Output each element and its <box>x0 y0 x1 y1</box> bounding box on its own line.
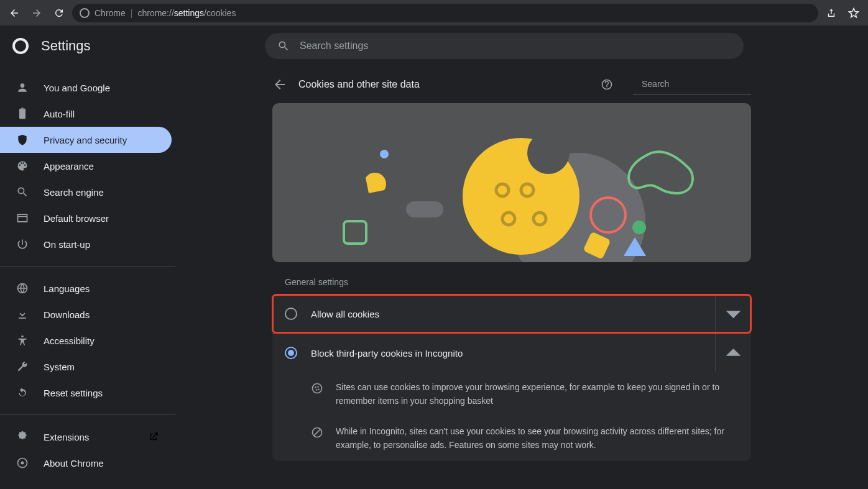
option-detail-row: While in Incognito, sites can't use your… <box>272 416 751 460</box>
sidebar-item-label: Extensions <box>44 432 89 442</box>
sidebar-item-system[interactable]: System <box>0 354 172 380</box>
address-bar[interactable]: Chrome | chrome://settings/cookies <box>72 4 818 22</box>
separator: | <box>131 8 133 18</box>
sidebar-item-you-and-google[interactable]: You and Google <box>0 75 172 101</box>
person-icon <box>16 81 29 94</box>
reload-button[interactable] <box>50 4 68 22</box>
back-button[interactable] <box>5 4 24 22</box>
site-label: Chrome <box>95 8 126 18</box>
sidebar-item-languages[interactable]: Languages <box>0 275 172 301</box>
subpage-title: Cookies and other site data <box>298 79 589 90</box>
subpage-header: Cookies and other site data <box>272 66 751 103</box>
svg-point-22 <box>318 388 320 390</box>
sidebar-item-label: Search engine <box>44 187 104 198</box>
palette-icon <box>16 160 29 172</box>
sidebar-item-autofill[interactable]: Auto-fill <box>0 101 172 127</box>
settings-content: Cookies and other site data <box>175 66 868 489</box>
sidebar-item-appearance[interactable]: Appearance <box>0 153 172 179</box>
option-detail-text: While in Incognito, sites can't use your… <box>336 425 732 452</box>
shield-icon <box>16 134 29 146</box>
browser-toolbar: Chrome | chrome://settings/cookies <box>0 0 868 26</box>
sidebar-item-label: Privacy and security <box>44 135 127 145</box>
page-title: Settings <box>41 38 91 54</box>
radio-unselected-icon[interactable] <box>285 308 297 320</box>
wrench-icon <box>16 360 29 373</box>
svg-rect-13 <box>344 221 366 244</box>
sidebar-item-label: Auto-fill <box>44 109 75 119</box>
sidebar-item-label: Languages <box>44 283 90 294</box>
sidebar-item-reset[interactable]: Reset settings <box>0 380 172 406</box>
sidebar-item-label: Accessibility <box>44 336 95 346</box>
block-icon <box>311 426 323 439</box>
collapse-button[interactable] <box>715 334 751 372</box>
sidebar-item-privacy[interactable]: Privacy and security <box>0 127 172 153</box>
svg-point-1 <box>21 336 23 337</box>
download-icon <box>16 308 29 321</box>
expand-button[interactable] <box>715 295 751 333</box>
sidebar-item-default-browser[interactable]: Default browser <box>0 205 172 231</box>
sidebar-item-label: You and Google <box>44 83 110 93</box>
search-icon <box>16 186 29 198</box>
sidebar-item-search-engine[interactable]: Search engine <box>0 179 172 205</box>
divider <box>0 266 175 267</box>
settings-header: Settings <box>0 26 868 66</box>
chrome-icon <box>16 457 29 469</box>
sidebar-item-label: Reset settings <box>44 388 103 398</box>
svg-point-19 <box>315 386 316 388</box>
search-settings[interactable] <box>265 33 744 59</box>
sidebar-item-downloads[interactable]: Downloads <box>0 301 172 327</box>
search-icon <box>277 40 290 52</box>
sidebar-item-label: Appearance <box>44 161 94 171</box>
svg-point-21 <box>316 389 318 391</box>
subpage-search[interactable] <box>633 75 751 94</box>
search-settings-input[interactable] <box>300 40 731 52</box>
option-label: Allow all cookies <box>311 309 715 319</box>
svg-line-24 <box>314 429 320 436</box>
option-allow-all-cookies[interactable]: Allow all cookies <box>272 295 751 333</box>
globe-icon <box>16 282 29 295</box>
sidebar-item-label: System <box>44 362 75 372</box>
subpage-search-input[interactable] <box>642 79 750 89</box>
sidebar-item-startup[interactable]: On start-up <box>0 231 172 257</box>
svg-point-12 <box>380 150 389 158</box>
option-block-third-party-incognito[interactable]: Block third-party cookies in Incognito <box>272 333 751 372</box>
cookie-icon <box>311 382 323 395</box>
window-icon <box>16 212 29 224</box>
section-title: General settings <box>285 277 751 287</box>
bookmark-button[interactable] <box>844 4 863 22</box>
accessibility-icon <box>16 334 29 347</box>
option-detail-text: Sites can use cookies to improve your br… <box>336 381 732 408</box>
clipboard-icon <box>16 107 29 120</box>
option-detail-row: Sites can use cookies to improve your br… <box>272 372 751 416</box>
sidebar-item-about[interactable]: About Chrome <box>0 450 172 476</box>
subpage-back-button[interactable] <box>272 77 287 92</box>
reset-icon <box>16 386 29 399</box>
svg-point-7 <box>527 132 570 174</box>
sidebar-item-label: About Chrome <box>44 458 104 468</box>
sidebar-item-label: Downloads <box>44 309 90 320</box>
option-label: Block third-party cookies in Incognito <box>311 348 715 359</box>
sidebar-item-label: Default browser <box>44 213 109 224</box>
forward-button[interactable] <box>27 4 46 22</box>
divider <box>0 414 175 415</box>
hero-illustration <box>272 103 751 262</box>
open-external-icon <box>148 431 159 442</box>
sidebar-item-accessibility[interactable]: Accessibility <box>0 327 172 354</box>
share-button[interactable] <box>822 4 841 22</box>
svg-point-20 <box>317 386 319 388</box>
help-icon[interactable] <box>601 78 613 91</box>
url-text: chrome://settings/cookies <box>137 8 236 18</box>
extension-icon <box>16 431 29 443</box>
sidebar-item-label: On start-up <box>44 239 90 250</box>
chrome-logo-icon <box>12 38 29 54</box>
sidebar-item-extensions[interactable]: Extensions <box>0 424 172 450</box>
svg-rect-14 <box>406 201 443 217</box>
power-icon <box>16 238 29 250</box>
cookie-options-card: Allow all cookies Block third-party cook… <box>272 295 751 461</box>
site-icon <box>80 8 90 18</box>
radio-selected-icon[interactable] <box>285 347 297 359</box>
svg-point-18 <box>313 384 322 393</box>
settings-sidebar: You and Google Auto-fill Privacy and sec… <box>0 66 175 489</box>
svg-point-3 <box>21 462 24 465</box>
svg-point-16 <box>632 221 646 234</box>
